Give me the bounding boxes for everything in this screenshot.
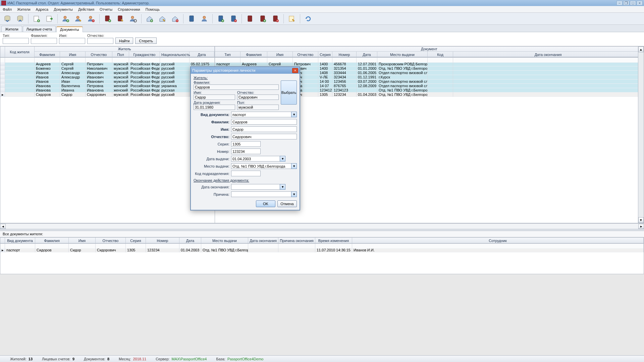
table-row[interactable]: ИвановИванИвановичмужскойРоссийская Феде… xyxy=(0,79,215,84)
filter-surname-input[interactable] xyxy=(31,38,57,44)
doc-type-combo[interactable]: ▾ xyxy=(231,112,297,117)
bottom-row[interactable]: ▸ паспорт Сидоров Сидор Сидорович 1305 1… xyxy=(0,248,644,252)
col-doc-fam[interactable]: Фамилия xyxy=(240,52,267,57)
dropdown-icon[interactable]: ▾ xyxy=(291,163,297,169)
col-grazh[interactable]: Гражданство xyxy=(129,52,160,57)
col-otch[interactable]: Отчество xyxy=(86,52,112,57)
table-row[interactable]: АндреевСергейПетровичмужскойРоссийская Ф… xyxy=(0,62,215,66)
person-info-button[interactable] xyxy=(200,14,209,23)
bcol-po[interactable]: Причина окончания xyxy=(278,238,315,243)
db-out-button[interactable] xyxy=(15,14,25,23)
add-person-button[interactable] xyxy=(61,14,70,23)
table-row[interactable]: БоженкоСергейНиколаевичмужскойРоссийская… xyxy=(0,66,215,71)
house-remove-button[interactable] xyxy=(170,14,180,23)
table-row[interactable]: ▸СидоровСидорСидоровичмужскойРоссийская … xyxy=(0,93,215,97)
col-dv[interactable]: Дата выдачи xyxy=(357,52,377,57)
col-ser[interactable]: Серия xyxy=(318,52,332,57)
cancel-button[interactable]: Отмена xyxy=(277,200,297,207)
dialog-title-bar[interactable]: Параметры удостоверения личности × xyxy=(191,67,300,74)
bcol-otch[interactable]: Отчество xyxy=(96,238,126,243)
scroll-up-icon[interactable]: ▴ xyxy=(638,47,644,52)
doc-issue-place-combo[interactable]: ▾ xyxy=(231,163,297,169)
col-tip[interactable]: Тип xyxy=(215,52,240,57)
red-book-add-button[interactable] xyxy=(258,14,267,23)
col-doc-name[interactable]: Имя xyxy=(267,52,293,57)
menu-directories[interactable]: Справочники xyxy=(116,7,142,12)
col-name[interactable]: Имя xyxy=(60,52,86,57)
col-nom[interactable]: Номер xyxy=(332,52,357,57)
bcol-nom[interactable]: Номер xyxy=(146,238,179,243)
clear-button[interactable]: Стереть xyxy=(135,38,157,44)
book-add-button[interactable] xyxy=(216,14,225,23)
book-button[interactable] xyxy=(187,14,196,23)
book-remove-button[interactable] xyxy=(229,14,238,23)
dropdown-icon[interactable]: ▾ xyxy=(291,112,297,117)
bcol-fam[interactable]: Фамилия xyxy=(35,238,69,243)
filter-type-input[interactable] xyxy=(3,38,29,44)
menu-residents[interactable]: Жители xyxy=(16,7,32,12)
doc-patronymic-input[interactable] xyxy=(231,134,297,139)
col-do[interactable]: Дата окончания xyxy=(453,52,643,57)
house-add-button[interactable] xyxy=(145,14,154,23)
doc-reason-combo[interactable]: ▾ xyxy=(231,191,297,197)
dropdown-icon[interactable]: ▾ xyxy=(280,156,285,162)
red-book-remove-button[interactable] xyxy=(271,14,280,23)
bcol-dv[interactable]: Дата выдачи xyxy=(179,238,201,243)
col-pol[interactable]: Пол xyxy=(112,52,129,57)
bcol-do[interactable]: Дата окончания xyxy=(248,238,278,243)
col-doc-otch[interactable]: Отчество xyxy=(293,52,318,57)
bcol-ser[interactable]: Серия xyxy=(126,238,146,243)
note-button[interactable] xyxy=(287,14,297,23)
dropdown-icon[interactable]: ▾ xyxy=(280,184,285,190)
doc-number-input[interactable] xyxy=(231,148,261,154)
col-kod[interactable]: Код подразделения xyxy=(428,52,453,57)
scroll-left-icon[interactable]: ◂ xyxy=(0,224,6,229)
col-dob[interactable]: Дата рождения xyxy=(190,52,214,57)
edit-person-button[interactable] xyxy=(74,14,83,23)
filter-name-input[interactable] xyxy=(59,38,85,44)
menu-file[interactable]: Файл xyxy=(1,7,13,12)
doc-issue-date-combo[interactable]: ▾ xyxy=(231,156,285,162)
menu-addresses[interactable]: Адреса xyxy=(35,7,50,12)
doc-subdivision-input[interactable] xyxy=(231,171,261,176)
col-fam[interactable]: Фамилия xyxy=(35,52,60,57)
passport-edit-button[interactable] xyxy=(116,14,125,23)
bcol-vi[interactable]: Время изменения xyxy=(315,238,352,243)
bcol-name[interactable]: Имя xyxy=(69,238,96,243)
dropdown-icon[interactable]: ▾ xyxy=(291,191,297,197)
table-row[interactable]: ИвановаВалентинаПетровнаженскийРоссийска… xyxy=(0,84,215,88)
remove-person-button[interactable] xyxy=(87,14,96,23)
passport-add-button[interactable] xyxy=(103,14,112,23)
col-mv[interactable]: Место выдачи xyxy=(377,52,428,57)
ok-button[interactable]: OK xyxy=(256,200,275,207)
table-row[interactable]: ИвановАлександрИвановичмужскойРоссийская… xyxy=(0,75,215,79)
doc-series-input[interactable] xyxy=(231,141,261,147)
menu-documents[interactable]: Документы xyxy=(52,7,74,12)
maximize-button[interactable]: □ xyxy=(630,1,636,5)
doc-surname-input[interactable] xyxy=(231,119,297,125)
tab-residents[interactable]: Жители xyxy=(1,26,22,32)
menu-help[interactable]: Помощь xyxy=(144,7,161,12)
table-row[interactable]: ИвановаИваннаИвановнаженскийРоссийская Ф… xyxy=(0,88,215,93)
select-resident-button[interactable]: Выбрать xyxy=(281,80,297,105)
hscrollbar[interactable]: ◂ ▸ xyxy=(0,223,644,229)
table-row[interactable]: паспортАндреевСергейПетрович140045667812… xyxy=(215,62,644,66)
close-window-button[interactable]: × xyxy=(637,1,643,5)
menu-reports[interactable]: Отчеты xyxy=(98,7,114,12)
table-row[interactable]: ИвановАлександрИвановичмужскойРоссийская… xyxy=(0,71,215,75)
doc-end-date-combo[interactable]: ▾ xyxy=(231,184,285,190)
tab-documents[interactable]: Документы xyxy=(56,26,83,32)
house-edit-button[interactable] xyxy=(158,14,167,23)
doc-name-input[interactable] xyxy=(231,126,297,132)
new-doc-button[interactable] xyxy=(32,14,41,23)
minimize-button[interactable]: − xyxy=(616,1,623,5)
dialog-close-button[interactable]: × xyxy=(292,68,298,73)
menu-actions[interactable]: Действия xyxy=(77,7,96,12)
bcol-mv[interactable]: Место выдачи xyxy=(201,238,248,243)
bcol-sotr[interactable]: Сотрудник xyxy=(352,238,644,243)
red-book-button[interactable] xyxy=(245,14,255,23)
export-button[interactable] xyxy=(45,14,54,23)
refresh-button[interactable] xyxy=(304,14,313,23)
col-kod[interactable]: Код жителя xyxy=(5,47,35,57)
col-nat[interactable]: Национальность xyxy=(160,52,190,57)
